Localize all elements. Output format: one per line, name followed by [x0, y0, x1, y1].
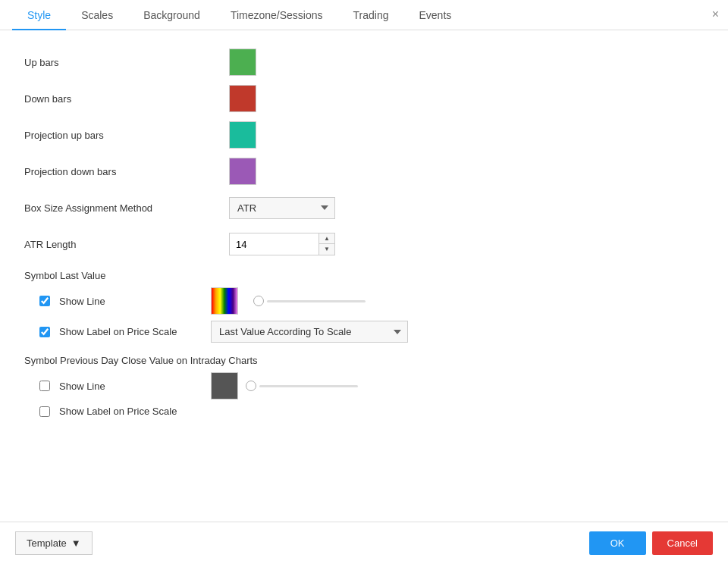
- symbol-prev-day-heading: Symbol Previous Day Close Value on Intra…: [24, 355, 704, 366]
- atr-length-down-btn[interactable]: ▼: [319, 244, 334, 255]
- close-icon[interactable]: ×: [712, 8, 719, 21]
- tab-bar: Style Scales Background Timezone/Session…: [0, 0, 728, 30]
- show-line-slider-wrap: [253, 296, 366, 306]
- box-size-dropdown[interactable]: ATR Traditional Percentage: [229, 197, 335, 219]
- dialog: Style Scales Background Timezone/Session…: [0, 0, 728, 564]
- prev-day-show-line-checkbox[interactable]: [39, 381, 50, 391]
- atr-length-label: ATR Length: [24, 239, 229, 250]
- tab-timezone[interactable]: Timezone/Sessions: [215, 0, 338, 30]
- up-bars-label: Up bars: [24, 57, 229, 68]
- projection-down-bars-row: Projection down bars: [24, 158, 704, 185]
- atr-length-input-wrap: 14 ▲ ▼: [229, 233, 335, 255]
- content-inner: Up bars Down bars Projection up bars Pro…: [24, 49, 704, 417]
- projection-up-bars-label: Projection up bars: [24, 130, 229, 141]
- tab-style[interactable]: Style: [12, 0, 66, 30]
- prev-day-show-label-row: Show Label on Price Scale: [24, 406, 704, 417]
- ok-button[interactable]: OK: [589, 531, 646, 555]
- prev-day-show-label-checkbox[interactable]: [39, 406, 50, 417]
- box-size-label: Box Size Assignment Method: [24, 202, 229, 214]
- template-label: Template: [27, 537, 67, 549]
- box-size-row: Box Size Assignment Method ATR Tradition…: [24, 194, 704, 221]
- cancel-button[interactable]: Cancel: [652, 531, 713, 555]
- prev-day-slider-track[interactable]: [259, 385, 358, 387]
- atr-length-up-btn[interactable]: ▲: [319, 233, 334, 244]
- show-line-checkbox[interactable]: [39, 296, 50, 306]
- footer-actions: OK Cancel: [589, 531, 713, 555]
- footer: Template ▼ OK Cancel: [0, 522, 728, 564]
- down-bars-color-swatch[interactable]: [229, 85, 256, 112]
- box-size-dropdown-wrap: ATR Traditional Percentage: [229, 197, 335, 219]
- down-bars-row: Down bars: [24, 85, 704, 112]
- prev-day-slider-handle-icon[interactable]: [246, 381, 256, 391]
- show-line-slider-track[interactable]: [267, 300, 366, 302]
- tab-background[interactable]: Background: [128, 0, 215, 30]
- symbol-last-value-heading: Symbol Last Value: [24, 270, 704, 281]
- show-label-label: Show Label on Price Scale: [59, 326, 211, 337]
- projection-down-bars-label: Projection down bars: [24, 166, 229, 177]
- tab-events[interactable]: Events: [403, 0, 466, 30]
- template-button[interactable]: Template ▼: [15, 531, 93, 555]
- slider-handle-icon[interactable]: [253, 296, 264, 306]
- atr-length-spinner: ▲ ▼: [318, 233, 334, 255]
- show-line-row: Show Line: [24, 287, 704, 315]
- prev-day-show-line-label: Show Line: [59, 381, 211, 392]
- up-bars-row: Up bars: [24, 49, 704, 76]
- prev-day-slider-wrap: [246, 381, 358, 391]
- show-label-row: Show Label on Price Scale Last Value Acc…: [24, 321, 704, 343]
- prev-day-color-swatch[interactable]: [211, 372, 238, 400]
- up-bars-color-swatch[interactable]: [229, 49, 256, 76]
- tab-scales[interactable]: Scales: [66, 0, 128, 30]
- show-line-label: Show Line: [59, 296, 211, 307]
- show-line-color-swatch[interactable]: [211, 287, 238, 315]
- content-area: Up bars Down bars Projection up bars Pro…: [0, 30, 728, 522]
- tab-trading[interactable]: Trading: [338, 0, 404, 30]
- projection-up-bars-color-swatch[interactable]: [229, 121, 256, 149]
- label-dropdown[interactable]: Last Value According To Scale No Labels …: [211, 321, 408, 343]
- down-bars-label: Down bars: [24, 93, 229, 105]
- template-chevron-icon: ▼: [71, 537, 81, 549]
- prev-day-show-line-row: Show Line: [24, 372, 704, 400]
- prev-day-show-label-label: Show Label on Price Scale: [59, 406, 211, 417]
- projection-down-bars-color-swatch[interactable]: [229, 158, 256, 185]
- show-label-checkbox[interactable]: [39, 327, 50, 337]
- atr-length-row: ATR Length 14 ▲ ▼: [24, 230, 704, 258]
- projection-up-bars-row: Projection up bars: [24, 121, 704, 149]
- atr-length-input[interactable]: 14: [230, 234, 318, 255]
